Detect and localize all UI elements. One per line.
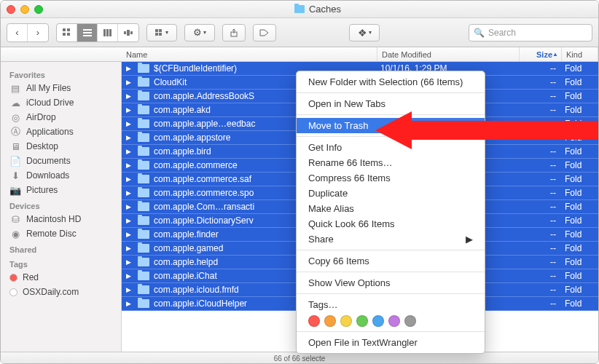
action-button[interactable]: ⚙▾ — [184, 24, 215, 41]
sidebar-item[interactable]: ⬇Downloads — [1, 168, 121, 183]
disclosure-triangle-icon[interactable]: ▶ — [126, 162, 133, 169]
forward-button[interactable]: › — [28, 24, 48, 41]
folder-icon — [138, 230, 149, 239]
disclosure-triangle-icon[interactable]: ▶ — [126, 175, 133, 183]
sidebar-devices-header: Devices — [1, 197, 121, 212]
pictures-icon: 📷 — [9, 185, 21, 195]
disclosure-triangle-icon[interactable]: ▶ — [126, 120, 133, 127]
disclosure-triangle-icon[interactable]: ▶ — [126, 79, 133, 86]
search-placeholder: Search — [488, 28, 516, 38]
sidebar-tag-item[interactable]: Red — [1, 270, 121, 285]
svg-rect-12 — [130, 31, 133, 34]
tags-button[interactable] — [253, 24, 276, 41]
disclosure-triangle-icon[interactable]: ▶ — [126, 92, 133, 100]
sidebar-item[interactable]: ◎AirDrop — [1, 110, 121, 124]
disclosure-triangle-icon[interactable]: ▶ — [126, 286, 133, 293]
ctx-duplicate[interactable]: Duplicate — [297, 186, 485, 201]
col-kind[interactable]: Kind — [562, 47, 598, 61]
search-field[interactable]: 🔍 Search — [469, 24, 592, 41]
list-view-button[interactable] — [77, 24, 98, 41]
sidebar-item[interactable]: ⒶApplications — [1, 124, 121, 139]
disclosure-triangle-icon[interactable]: ▶ — [126, 217, 133, 224]
ctx-open-tabs[interactable]: Open in New Tabs — [297, 96, 485, 111]
col-name[interactable]: Name — [122, 47, 377, 61]
dropbox-button[interactable]: ❖▾ — [349, 24, 380, 41]
sidebar-item[interactable]: 🖥Desktop — [1, 139, 121, 154]
coverflow-view-button[interactable] — [118, 24, 138, 41]
folder-icon — [138, 272, 149, 280]
file-kind: Fold — [562, 91, 598, 101]
sidebar-tag-item[interactable]: OSXDaily.com — [1, 285, 121, 299]
back-button[interactable]: ‹ — [7, 24, 28, 41]
disclosure-triangle-icon[interactable]: ▶ — [126, 106, 133, 114]
file-size: -- — [520, 105, 562, 115]
minimize-window-button[interactable] — [20, 5, 29, 14]
sidebar-shared-header: Shared — [1, 241, 121, 256]
tag-dot-icon — [9, 288, 17, 296]
tag-color-button[interactable] — [404, 315, 416, 327]
disclosure-triangle-icon[interactable]: ▶ — [126, 65, 133, 72]
folder-icon — [138, 244, 149, 253]
chevron-right-icon: ▶ — [466, 234, 473, 245]
all-files-icon: ▤ — [9, 83, 21, 93]
sidebar-item-label: iCloud Drive — [26, 98, 74, 108]
sidebar-tag-label: Red — [23, 272, 39, 282]
sidebar-item[interactable]: 📷Pictures — [1, 183, 121, 197]
disclosure-triangle-icon[interactable]: ▶ — [126, 231, 133, 238]
disclosure-triangle-icon[interactable]: ▶ — [126, 272, 133, 280]
file-kind: Fold — [562, 105, 598, 115]
tag-color-button[interactable] — [308, 315, 320, 327]
sidebar-item[interactable]: ▤All My Files — [1, 81, 121, 95]
disclosure-triangle-icon[interactable]: ▶ — [126, 258, 133, 266]
dropbox-icon: ❖ — [358, 27, 367, 39]
folder-icon — [138, 119, 149, 128]
svg-rect-6 — [83, 35, 92, 36]
close-window-button[interactable] — [7, 5, 15, 14]
folder-icon — [138, 202, 149, 211]
sidebar-item[interactable]: ◉Remote Disc — [1, 226, 121, 241]
sidebar-item[interactable]: ☁iCloud Drive — [1, 95, 121, 110]
tag-color-button[interactable] — [356, 315, 368, 327]
svg-rect-9 — [109, 29, 111, 36]
ctx-rename[interactable]: Rename 66 Items… — [297, 155, 485, 170]
ctx-get-info[interactable]: Get Info — [297, 140, 485, 155]
column-view-button[interactable] — [98, 24, 118, 41]
sidebar-item-label: Documents — [26, 156, 71, 166]
folder-icon — [138, 106, 149, 114]
svg-rect-8 — [106, 29, 109, 36]
disclosure-triangle-icon[interactable]: ▶ — [126, 189, 133, 197]
arrange-button[interactable]: ▾ — [146, 24, 177, 41]
disclosure-triangle-icon[interactable]: ▶ — [126, 203, 133, 210]
folder-icon — [138, 78, 149, 87]
zoom-window-button[interactable] — [34, 5, 43, 14]
tag-color-button[interactable] — [324, 315, 336, 327]
ctx-share[interactable]: Share▶ — [297, 232, 485, 247]
ctx-open-textwrangler[interactable]: Open File in TextWrangler — [297, 335, 485, 350]
disclosure-triangle-icon[interactable]: ▶ — [126, 300, 133, 307]
sidebar-item[interactable]: 📄Documents — [1, 154, 121, 168]
ctx-quick-look[interactable]: Quick Look 66 Items — [297, 216, 485, 232]
col-date[interactable]: Date Modified — [377, 47, 520, 61]
ctx-copy[interactable]: Copy 66 Items — [297, 253, 485, 269]
icon-view-button[interactable] — [57, 24, 77, 41]
disclosure-triangle-icon[interactable]: ▶ — [126, 134, 133, 141]
col-size[interactable]: Size▴ — [520, 47, 562, 61]
apps-icon: Ⓐ — [9, 127, 21, 137]
ctx-tags[interactable]: Tags… — [297, 297, 485, 312]
ctx-new-folder[interactable]: New Folder with Selection (66 Items) — [297, 74, 485, 90]
sidebar-item[interactable]: ⛁Macintosh HD — [1, 212, 121, 226]
ctx-move-to-trash[interactable]: Move to Trash — [297, 118, 485, 133]
ctx-view-options[interactable]: Show View Options — [297, 275, 485, 290]
disclosure-triangle-icon[interactable]: ▶ — [126, 148, 133, 155]
ctx-make-alias[interactable]: Make Alias — [297, 201, 485, 216]
tag-color-button[interactable] — [372, 315, 384, 327]
sidebar-item-label: All My Files — [26, 83, 71, 93]
tag-color-button[interactable] — [388, 315, 400, 327]
tag-color-button[interactable] — [340, 315, 352, 327]
columns-icon — [103, 29, 112, 36]
disclosure-triangle-icon[interactable]: ▶ — [126, 245, 133, 252]
ctx-compress[interactable]: Compress 66 Items — [297, 170, 485, 186]
file-size: -- — [520, 91, 562, 101]
share-button[interactable] — [222, 24, 246, 41]
grid-icon — [63, 28, 71, 37]
